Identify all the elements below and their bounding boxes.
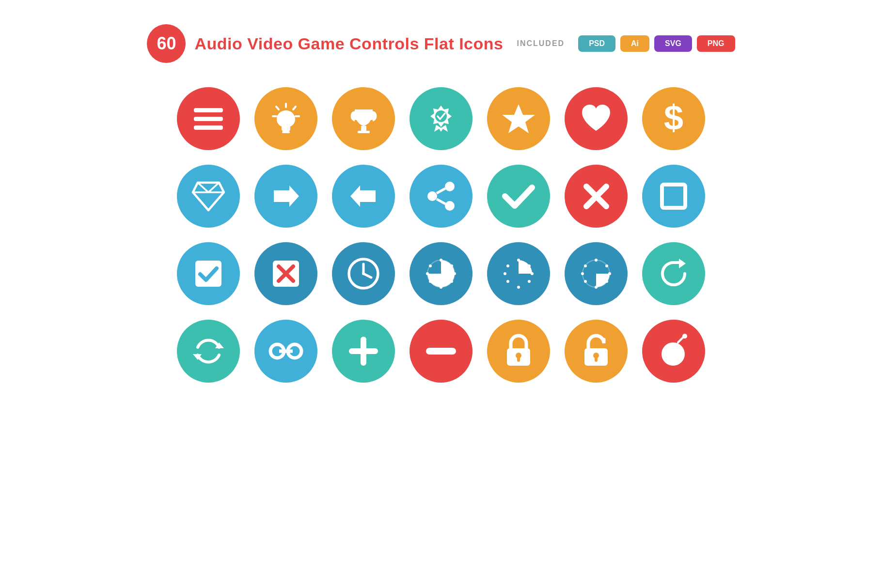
star-icon (487, 87, 550, 150)
checkmark-icon (487, 165, 550, 228)
svg-point-58 (608, 272, 611, 275)
link-icon (254, 320, 317, 383)
svg-rect-8 (282, 131, 290, 133)
svg-point-50 (528, 280, 531, 283)
trophy-icon (332, 87, 395, 150)
svg-point-51 (517, 286, 520, 289)
svg-point-40 (450, 264, 453, 267)
dollar-icon: $ (642, 87, 705, 150)
svg-point-45 (426, 272, 429, 275)
badge-svg: SVG (654, 35, 692, 52)
svg-line-4 (293, 107, 296, 109)
svg-point-60 (595, 286, 598, 289)
badge-ai: Ai (620, 35, 649, 52)
svg-point-23 (445, 201, 455, 211)
svg-point-24 (427, 191, 437, 201)
lock-closed-icon (487, 320, 550, 383)
svg-point-61 (584, 280, 587, 283)
checkbox-x-icon (254, 242, 317, 305)
svg-marker-16 (193, 183, 224, 210)
refresh-cw-icon (642, 242, 705, 305)
minus-icon (410, 320, 472, 383)
svg-marker-64 (679, 259, 686, 268)
share-icon (410, 165, 472, 228)
svg-marker-14 (502, 104, 535, 133)
pie-chart-75-icon (410, 242, 472, 305)
svg-text:$: $ (663, 101, 683, 137)
stop-square-icon (642, 165, 705, 228)
sync-icon (177, 320, 240, 383)
svg-point-47 (517, 259, 520, 262)
page-title: Audio Video Game Controls Flat Icons (194, 34, 503, 53)
clock-icon (332, 242, 395, 305)
svg-point-48 (528, 264, 531, 267)
svg-point-41 (453, 272, 456, 275)
svg-point-63 (584, 264, 587, 267)
svg-rect-29 (662, 185, 685, 208)
svg-line-19 (208, 183, 219, 192)
svg-rect-0 (194, 108, 223, 112)
svg-point-44 (429, 280, 432, 283)
svg-point-43 (440, 286, 442, 289)
menu-list-icon (177, 87, 240, 150)
svg-rect-10 (358, 131, 370, 133)
svg-point-42 (450, 280, 453, 283)
svg-point-49 (531, 272, 534, 275)
svg-marker-20 (274, 186, 299, 207)
svg-point-53 (504, 272, 506, 275)
svg-point-80 (662, 342, 685, 366)
svg-point-46 (429, 264, 432, 267)
close-x-icon (565, 165, 628, 228)
heart-icon (565, 87, 628, 150)
svg-point-39 (440, 259, 442, 262)
award-badge-icon (410, 87, 472, 150)
lightbulb-icon (254, 87, 317, 150)
pie-chart-50-icon (487, 242, 550, 305)
bomb-icon (642, 320, 705, 383)
format-badges: PSD Ai SVG PNG (578, 35, 735, 52)
badge-png: PNG (697, 35, 735, 52)
arrow-right-icon (254, 165, 317, 228)
svg-point-59 (605, 280, 608, 283)
svg-rect-2 (194, 125, 223, 130)
svg-point-22 (445, 182, 455, 191)
svg-point-37 (362, 272, 365, 275)
svg-line-5 (276, 107, 279, 109)
svg-point-57 (605, 264, 608, 267)
count-badge: 60 (147, 24, 186, 63)
svg-rect-78 (595, 357, 598, 362)
icon-grid: $ (177, 87, 705, 383)
svg-marker-21 (350, 186, 376, 207)
badge-psd: PSD (578, 35, 615, 52)
plus-icon (332, 320, 395, 383)
diamond-icon (177, 165, 240, 228)
page-header: 60 Audio Video Game Controls Flat Icons … (39, 24, 843, 63)
svg-point-56 (595, 259, 598, 262)
svg-point-79 (682, 334, 687, 339)
arrow-left-icon (332, 165, 395, 228)
pie-chart-25-icon (565, 242, 628, 305)
svg-point-54 (506, 264, 509, 267)
svg-rect-9 (361, 126, 366, 131)
included-label: INCLUDED (517, 39, 565, 48)
svg-point-52 (506, 280, 509, 283)
svg-line-26 (437, 199, 445, 204)
svg-rect-75 (517, 357, 520, 362)
svg-rect-1 (194, 117, 223, 121)
svg-line-25 (437, 188, 445, 193)
lock-open-icon (565, 320, 628, 383)
checkbox-checked-icon (177, 242, 240, 305)
svg-point-62 (581, 272, 584, 275)
svg-line-18 (198, 183, 208, 192)
